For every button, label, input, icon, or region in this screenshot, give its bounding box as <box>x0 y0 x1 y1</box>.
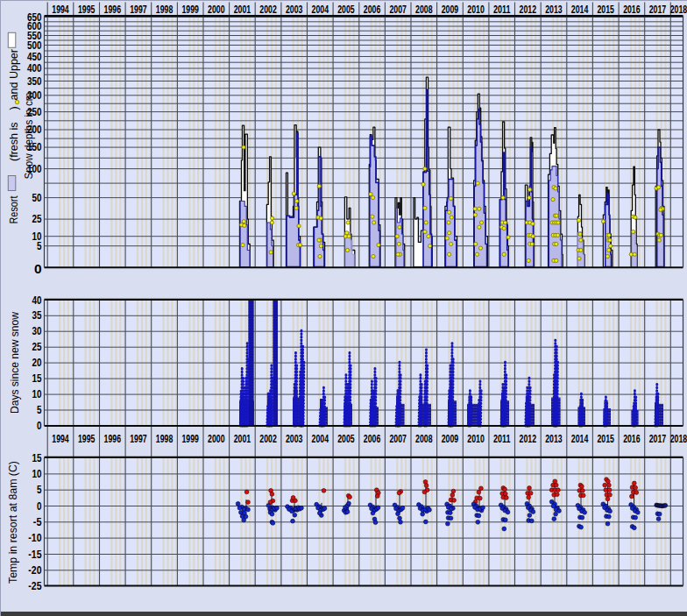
svg-text:350: 350 <box>27 75 42 88</box>
svg-text:50: 50 <box>32 192 42 204</box>
svg-text:-20: -20 <box>28 564 41 577</box>
svg-text:1996: 1996 <box>104 433 122 445</box>
svg-text:-10: -10 <box>28 532 41 544</box>
svg-text:2007: 2007 <box>389 4 407 16</box>
svg-text:2012: 2012 <box>520 4 537 16</box>
svg-text:20: 20 <box>32 357 42 369</box>
svg-text:0: 0 <box>37 420 42 432</box>
svg-text:1998: 1998 <box>156 4 174 16</box>
svg-text:2013: 2013 <box>545 433 563 445</box>
svg-text:2013: 2013 <box>545 4 563 16</box>
svg-text:2016: 2016 <box>623 4 641 16</box>
svg-text:(fresh is ) and Upper: (fresh is ) and Upper <box>8 49 20 161</box>
svg-text:2011: 2011 <box>493 433 511 445</box>
svg-text:Snow depths in cm: Snow depths in cm <box>23 93 35 180</box>
svg-text:2010: 2010 <box>467 433 485 445</box>
svg-text:2001: 2001 <box>234 433 251 445</box>
svg-text:0: 0 <box>34 261 42 276</box>
svg-text:25: 25 <box>32 341 42 353</box>
svg-text:Days since new snow: Days since new snow <box>9 311 21 414</box>
svg-text:1995: 1995 <box>78 433 96 445</box>
svg-text:450: 450 <box>27 51 42 63</box>
svg-text:2015: 2015 <box>597 433 614 445</box>
svg-text:2009: 2009 <box>442 433 459 445</box>
svg-text:1995: 1995 <box>78 4 96 16</box>
svg-text:2007: 2007 <box>389 433 407 445</box>
svg-text:1996: 1996 <box>104 4 122 16</box>
svg-text:1998: 1998 <box>156 433 174 445</box>
svg-text:40: 40 <box>32 294 42 307</box>
svg-text:15: 15 <box>32 372 42 385</box>
svg-text:2004: 2004 <box>312 4 329 16</box>
svg-text:2003: 2003 <box>286 433 303 445</box>
svg-text:2005: 2005 <box>337 4 355 16</box>
svg-text:1994: 1994 <box>52 4 69 16</box>
svg-text:10: 10 <box>32 388 42 400</box>
svg-text:Resort: Resort <box>8 195 20 223</box>
svg-text:2016: 2016 <box>623 433 641 445</box>
svg-text:1999: 1999 <box>181 433 199 445</box>
svg-text:30: 30 <box>32 325 42 337</box>
svg-text:2009: 2009 <box>442 4 459 16</box>
svg-text:2006: 2006 <box>364 433 381 445</box>
svg-text:5: 5 <box>37 484 42 496</box>
svg-text:-5: -5 <box>33 516 42 528</box>
svg-text:2015: 2015 <box>597 4 614 16</box>
svg-text:2003: 2003 <box>286 4 303 16</box>
svg-text:10: 10 <box>32 468 42 480</box>
svg-text:2004: 2004 <box>312 433 329 445</box>
svg-text:5: 5 <box>37 240 42 252</box>
svg-text:2005: 2005 <box>337 433 355 445</box>
svg-text:0: 0 <box>37 500 42 513</box>
svg-text:2018: 2018 <box>670 4 687 16</box>
svg-text:2012: 2012 <box>520 433 537 445</box>
svg-text:Temp in resort at 8am (C): Temp in resort at 8am (C) <box>7 461 19 584</box>
svg-text:2002: 2002 <box>259 433 277 445</box>
svg-text:-25: -25 <box>28 580 41 592</box>
svg-text:400: 400 <box>27 62 42 74</box>
svg-text:2008: 2008 <box>415 433 433 445</box>
svg-text:500: 500 <box>27 39 42 52</box>
svg-text:35: 35 <box>32 309 42 322</box>
svg-text:2008: 2008 <box>415 4 433 16</box>
svg-text:15: 15 <box>32 452 42 464</box>
svg-text:2000: 2000 <box>208 4 225 16</box>
svg-text:2018: 2018 <box>670 433 687 445</box>
svg-text:2000: 2000 <box>208 433 225 445</box>
svg-text:5: 5 <box>37 404 42 416</box>
svg-text:2002: 2002 <box>259 4 277 16</box>
svg-text:2014: 2014 <box>571 4 589 16</box>
svg-text:2010: 2010 <box>467 4 485 16</box>
svg-text:2011: 2011 <box>493 4 511 16</box>
svg-text:-15: -15 <box>28 549 41 561</box>
svg-text:1999: 1999 <box>181 4 199 16</box>
svg-text:2001: 2001 <box>234 4 251 16</box>
svg-text:25: 25 <box>32 213 42 225</box>
svg-text:2014: 2014 <box>571 433 589 445</box>
svg-text:2017: 2017 <box>649 4 667 16</box>
svg-text:1997: 1997 <box>130 4 147 16</box>
svg-text:2006: 2006 <box>364 4 381 16</box>
svg-text:1994: 1994 <box>52 433 69 445</box>
svg-text:1997: 1997 <box>130 433 147 445</box>
svg-text:2017: 2017 <box>649 433 667 445</box>
